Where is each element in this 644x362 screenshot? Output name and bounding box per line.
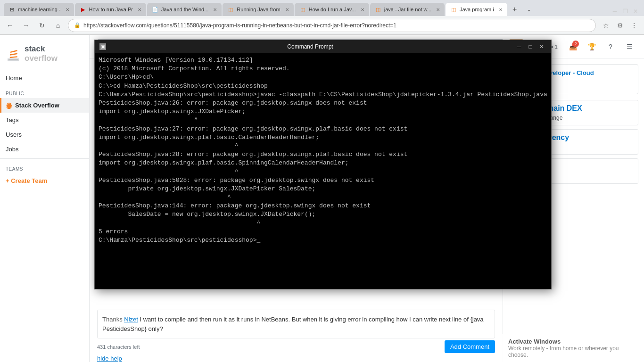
cmd-line: ^ bbox=[99, 193, 547, 202]
cmd-line: C:\Hamza\PesticidesShop\src\pesticidessh… bbox=[99, 90, 547, 99]
tab-close-7[interactable]: ✕ bbox=[499, 7, 503, 12]
cmd-modal-overlay: ▣ Command Prompt ─ □ ✕ Microsoft Windows… bbox=[90, 35, 644, 362]
tab-label-2: How to run Java Pr bbox=[89, 7, 133, 12]
cmd-line: import org.jdesktop.swingx.JXDatePicker; bbox=[99, 107, 547, 116]
cmd-window-buttons: ─ □ ✕ bbox=[514, 42, 546, 51]
users-nav-label: Users bbox=[6, 131, 22, 138]
browser-tab-5[interactable]: ◫ How do I run a Jav... ✕ bbox=[295, 3, 369, 16]
cmd-minimize-btn[interactable]: ─ bbox=[514, 42, 524, 51]
tab-close-3[interactable]: ✕ bbox=[213, 7, 217, 12]
cmd-line: PesticidesShop.java:27: error: package o… bbox=[99, 125, 547, 133]
address-bar-row: ← → ↻ ⌂ 🔒 https://stackoverflow.com/ques… bbox=[0, 16, 644, 35]
tab-label-1: machine learning - bbox=[18, 7, 61, 12]
browser-tab-4[interactable]: ◫ Running Java from ✕ bbox=[223, 3, 293, 16]
back-button[interactable]: ← bbox=[4, 19, 16, 32]
svg-rect-4 bbox=[10, 53, 17, 56]
bookmark-icon[interactable]: ☆ bbox=[600, 19, 612, 32]
so-logo-icon bbox=[6, 45, 21, 62]
tab-close-6[interactable]: ✕ bbox=[436, 7, 440, 12]
svg-rect-2 bbox=[8, 59, 18, 60]
ssl-lock-icon: 🔒 bbox=[74, 22, 81, 28]
tab-favicon-1: ⊞ bbox=[8, 6, 15, 13]
tab-label-3: Java and the Wind... bbox=[161, 7, 208, 12]
create-team-label: + Create Team bbox=[6, 177, 47, 184]
browser-tab-1[interactable]: ⊞ machine learning - ✕ bbox=[4, 3, 74, 16]
sidebar-divider bbox=[0, 158, 89, 159]
browser-actions: ☆ ⚙ ⋮ bbox=[600, 19, 640, 32]
address-input[interactable]: 🔒 https://stackoverflow.com/questions/51… bbox=[68, 19, 596, 32]
browser-tab-6[interactable]: ◫ java - Jar file not w... ✕ bbox=[370, 3, 445, 16]
browser-tab-7[interactable]: ◫ Java program i ✕ bbox=[446, 3, 507, 16]
extensions-icon[interactable]: ⚙ bbox=[614, 19, 626, 32]
cmd-line: PesticidesShop.java:5028: error: package… bbox=[99, 176, 547, 185]
cmd-modal: ▣ Command Prompt ─ □ ✕ Microsoft Windows… bbox=[94, 40, 552, 289]
cmd-close-btn[interactable]: ✕ bbox=[537, 42, 546, 51]
main-content: 🔍 Search... ● 1 ● 1 bbox=[90, 35, 644, 362]
cmd-line: C:\>cd Hamza\PesticidesShop\src\pesticid… bbox=[99, 82, 547, 90]
cmd-line: Microsoft Windows [Version 10.0.17134.11… bbox=[99, 56, 547, 65]
cmd-body[interactable]: Microsoft Windows [Version 10.0.17134.11… bbox=[95, 53, 551, 289]
tab-close-2[interactable]: ✕ bbox=[138, 7, 141, 12]
cmd-line: import org.jdesktop.swingx.plaf.basic.Sp… bbox=[99, 159, 547, 167]
page-layout: stack overflow Home PUBLIC Stack Overflo… bbox=[0, 35, 644, 362]
svg-rect-3 bbox=[10, 56, 17, 58]
cmd-line: import org.jdesktop.swingx.plaf.basic.Ca… bbox=[99, 133, 547, 142]
cmd-line: PesticidesShop.java:26: error: package o… bbox=[99, 99, 547, 107]
cmd-line: 5 errors bbox=[99, 228, 547, 236]
cmd-maximize-btn[interactable]: □ bbox=[526, 42, 535, 51]
cmd-line: SalesDate = new org.jdesktop.swingx.JXDa… bbox=[99, 210, 547, 219]
jobs-nav-label: Jobs bbox=[6, 146, 18, 153]
cmd-line: ^ bbox=[99, 219, 547, 228]
stackoverflow-icon bbox=[6, 102, 12, 109]
cmd-line: private org.jdesktop.swingx.JXDatePicker… bbox=[99, 185, 547, 193]
cmd-titlebar-icon: ▣ bbox=[99, 43, 106, 50]
tab-label-5: How do I run a Jav... bbox=[309, 7, 356, 12]
tab-label-7: Java program i bbox=[460, 7, 494, 12]
tab-label-4: Running Java from bbox=[237, 7, 280, 12]
browser-tabs-bar: ⊞ machine learning - ✕ ▶ How to run Java… bbox=[0, 0, 644, 16]
tab-favicon-2: ▶ bbox=[80, 6, 86, 13]
browser-tab-2[interactable]: ▶ How to run Java Pr ✕ bbox=[75, 3, 147, 16]
cmd-line: C:\Users\Hp>cd\ bbox=[99, 73, 547, 82]
cmd-line: (c) 2018 Microsoft Corporation. All righ… bbox=[99, 65, 547, 73]
sidebar-teams-label: TEAMS bbox=[0, 161, 89, 173]
tab-favicon-6: ◫ bbox=[375, 6, 381, 13]
sidebar: stack overflow Home PUBLIC Stack Overflo… bbox=[0, 35, 90, 362]
new-tab-button[interactable]: + bbox=[508, 3, 521, 16]
cmd-line: PesticidesShop.java:144: error: package … bbox=[99, 202, 547, 210]
cmd-line: ^ bbox=[99, 142, 547, 150]
tab-close-1[interactable]: ✕ bbox=[66, 7, 69, 12]
sidebar-item-home[interactable]: Home bbox=[0, 71, 89, 85]
sidebar-item-jobs[interactable]: Jobs bbox=[0, 142, 89, 156]
menu-icon[interactable]: ⋮ bbox=[628, 19, 640, 32]
refresh-button[interactable]: ↻ bbox=[36, 19, 48, 32]
cmd-title-text: Command Prompt bbox=[110, 43, 511, 50]
svg-rect-5 bbox=[10, 50, 17, 53]
forward-button[interactable]: → bbox=[20, 19, 32, 32]
tab-close-5[interactable]: ✕ bbox=[361, 7, 364, 12]
home-nav-label: Home bbox=[6, 74, 22, 82]
browser-restore-btn[interactable]: ❐ bbox=[620, 7, 630, 16]
sidebar-item-stackoverflow[interactable]: Stack Overflow bbox=[0, 98, 89, 113]
cmd-icon: ▣ bbox=[101, 44, 105, 49]
cmd-line: ^ bbox=[99, 167, 547, 176]
browser-tab-3[interactable]: 📄 Java and the Wind... ✕ bbox=[147, 3, 222, 16]
cmd-titlebar: ▣ Command Prompt ─ □ ✕ bbox=[95, 40, 551, 53]
cmd-line: C:\Hamza\PesticidesShop\src\pesticidessh… bbox=[99, 236, 547, 245]
site-logo[interactable]: stack overflow bbox=[0, 41, 89, 67]
tab-close-4[interactable]: ✕ bbox=[285, 7, 289, 12]
tab-favicon-5: ◫ bbox=[299, 6, 306, 13]
sidebar-item-users[interactable]: Users bbox=[0, 127, 89, 142]
address-text: https://stackoverflow.com/questions/5111… bbox=[83, 22, 590, 29]
sidebar-item-tags[interactable]: Tags bbox=[0, 113, 89, 127]
browser-close-btn[interactable]: ✕ bbox=[631, 7, 640, 16]
browser-minimize-btn[interactable]: ─ bbox=[610, 7, 619, 16]
home-button[interactable]: ⌂ bbox=[52, 19, 64, 32]
sidebar-so-label: Stack Overflow bbox=[15, 102, 59, 109]
tab-label-6: java - Jar file not w... bbox=[384, 7, 431, 12]
cmd-line: PesticidesShop.java:28: error: package o… bbox=[99, 150, 547, 159]
tab-favicon-4: ◫ bbox=[227, 6, 234, 13]
tab-favicon-3: 📄 bbox=[152, 6, 158, 13]
tab-list-button[interactable]: ⌄ bbox=[522, 3, 536, 16]
create-team-button[interactable]: + Create Team bbox=[0, 173, 89, 188]
